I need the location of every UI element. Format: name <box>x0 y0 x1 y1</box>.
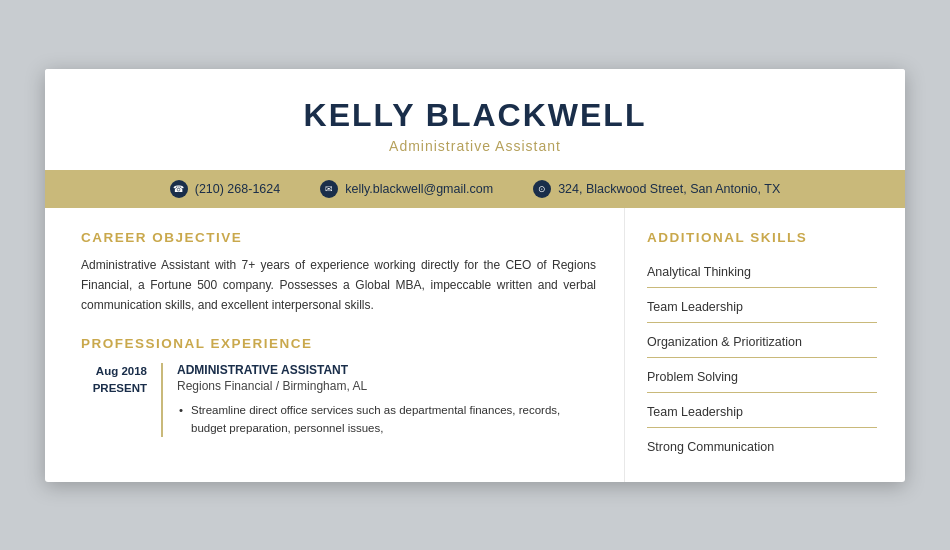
skill-divider <box>647 287 877 288</box>
contact-bar: ☎ (210) 268-1624 ✉ kelly.blackwell@gmail… <box>45 170 905 208</box>
skill-divider <box>647 322 877 323</box>
skill-item: Analytical Thinking <box>647 255 877 288</box>
contact-address: ⊙ 324, Blackwood Street, San Antonio, TX <box>533 180 780 198</box>
additional-skills-heading: ADDITIONAL SKILLS <box>647 230 877 245</box>
candidate-title: Administrative Assistant <box>85 138 865 154</box>
exp-divider <box>161 363 163 438</box>
exp-date-end: PRESENT <box>93 382 147 394</box>
email-address: kelly.blackwell@gmail.com <box>345 182 493 196</box>
skill-name: Analytical Thinking <box>647 255 877 287</box>
phone-icon: ☎ <box>170 180 188 198</box>
address-text: 324, Blackwood Street, San Antonio, TX <box>558 182 780 196</box>
skill-name: Team Leadership <box>647 395 877 427</box>
skill-name: Organization & Prioritization <box>647 325 877 357</box>
exp-date: Aug 2018 PRESENT <box>81 363 161 438</box>
skill-name: Team Leadership <box>647 290 877 322</box>
career-objective-heading: CAREER OBJECTIVE <box>81 230 596 245</box>
exp-job-title: ADMINISTRATIVE ASSISTANT <box>177 363 596 377</box>
phone-number: (210) 268-1624 <box>195 182 280 196</box>
skill-name: Problem Solving <box>647 360 877 392</box>
right-column: ADDITIONAL SKILLS Analytical ThinkingTea… <box>625 208 905 482</box>
exp-date-start: Aug 2018 <box>96 365 147 377</box>
resume-header: KELLY BLACKWELL Administrative Assistant <box>45 69 905 170</box>
skill-item: Team Leadership <box>647 395 877 428</box>
resume-document: KELLY BLACKWELL Administrative Assistant… <box>45 69 905 482</box>
skill-item: Team Leadership <box>647 290 877 323</box>
exp-bullets: Streamline direct office services such a… <box>177 401 596 438</box>
exp-company: Regions Financial / Birmingham, AL <box>177 379 596 393</box>
email-icon: ✉ <box>320 180 338 198</box>
skill-item: Problem Solving <box>647 360 877 393</box>
exp-bullet: Streamline direct office services such a… <box>177 401 596 438</box>
contact-email: ✉ kelly.blackwell@gmail.com <box>320 180 493 198</box>
left-column: CAREER OBJECTIVE Administrative Assistan… <box>45 208 625 482</box>
skill-item: Strong Communication <box>647 430 877 462</box>
resume-body: CAREER OBJECTIVE Administrative Assistan… <box>45 208 905 482</box>
exp-content: ADMINISTRATIVE ASSISTANT Regions Financi… <box>177 363 596 438</box>
skill-item: Organization & Prioritization <box>647 325 877 358</box>
skill-divider <box>647 357 877 358</box>
location-icon: ⊙ <box>533 180 551 198</box>
skills-list: Analytical ThinkingTeam LeadershipOrgani… <box>647 255 877 462</box>
experience-entry: Aug 2018 PRESENT ADMINISTRATIVE ASSISTAN… <box>81 363 596 438</box>
career-objective-text: Administrative Assistant with 7+ years o… <box>81 255 596 316</box>
professional-experience-heading: PROFESSIONAL EXPERIENCE <box>81 336 596 351</box>
contact-phone: ☎ (210) 268-1624 <box>170 180 280 198</box>
skill-divider <box>647 392 877 393</box>
candidate-name: KELLY BLACKWELL <box>85 97 865 134</box>
skill-name: Strong Communication <box>647 430 877 462</box>
skill-divider <box>647 427 877 428</box>
